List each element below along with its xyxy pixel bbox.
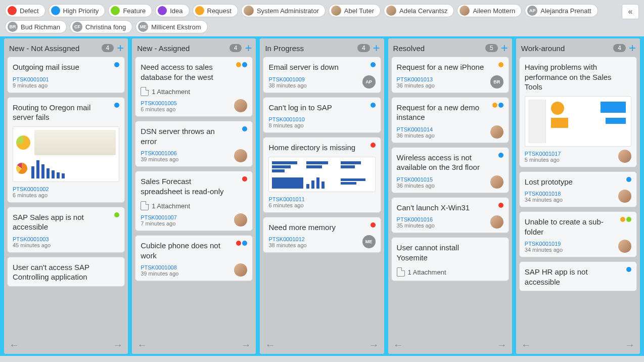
card[interactable]: User cannot install Yosemite1 Attachment bbox=[391, 237, 509, 281]
card-time: 36 minutes ago bbox=[397, 183, 503, 189]
filter-tag-idea[interactable]: Idea bbox=[155, 4, 189, 17]
add-card-button[interactable]: + bbox=[373, 43, 380, 53]
card-id: PTSK0001010 bbox=[268, 116, 375, 122]
filter-person-ap[interactable]: APAlejandra Prenatt bbox=[525, 4, 597, 17]
card[interactable]: Need access to sales database for the we… bbox=[135, 57, 253, 117]
tag-dot-icon bbox=[114, 103, 119, 108]
card[interactable]: DSN server throws an errorPTSK000100639 … bbox=[135, 121, 253, 167]
collapse-button[interactable]: « bbox=[622, 4, 639, 19]
person-label: Bud Richman bbox=[21, 23, 60, 31]
card-time: 45 minutes ago bbox=[13, 242, 119, 248]
add-card-button[interactable]: + bbox=[117, 43, 124, 53]
card[interactable]: Email server is downPTSK000100938 minute… bbox=[263, 57, 381, 93]
column-body: Request for a new iPhonePTSK000101336 mi… bbox=[388, 57, 512, 337]
filter-person-me[interactable]: MEMillicent Ekstrom bbox=[135, 20, 207, 33]
filter-person-sa[interactable]: System Administrator bbox=[241, 4, 326, 17]
column-count: 4 bbox=[102, 44, 114, 52]
nav-next-icon[interactable]: → bbox=[241, 339, 251, 351]
person-label: Abel Tuter bbox=[344, 7, 374, 15]
card[interactable]: SAP HR app is not accessible bbox=[519, 261, 637, 291]
nav-prev-icon[interactable]: ← bbox=[137, 339, 147, 351]
tag-dot-icon bbox=[242, 176, 247, 182]
nav-next-icon[interactable]: → bbox=[497, 339, 507, 351]
filter-person-cf[interactable]: CFChristina fong bbox=[70, 20, 132, 33]
card-title: Home directory is missing bbox=[268, 143, 375, 153]
card-id: PTSK0001005 bbox=[141, 100, 247, 106]
card-meta: PTSK000101536 minutes ago bbox=[397, 176, 503, 189]
card[interactable]: Wireless access is not available on the … bbox=[391, 147, 509, 193]
card-time: 39 minutes ago bbox=[141, 270, 247, 277]
card[interactable]: Request for a new demo instancePTSK00010… bbox=[391, 97, 509, 143]
card[interactable]: Unable to create a sub-folderPTSK0001019… bbox=[519, 211, 637, 257]
person-label: Alejandra Prenatt bbox=[540, 7, 591, 15]
filter-tag-feature[interactable]: Feature bbox=[108, 4, 152, 17]
card-assignee-avatar: AP bbox=[362, 75, 376, 88]
tag-dot-icon bbox=[371, 62, 376, 67]
card-title: Request for a new demo instance bbox=[397, 103, 503, 122]
card-title: Need more memory bbox=[268, 222, 375, 233]
column-title: Work-around bbox=[521, 44, 614, 53]
column-title: Resolved bbox=[393, 44, 486, 53]
avatar bbox=[386, 6, 396, 16]
card-thumbnail bbox=[525, 96, 631, 147]
card[interactable]: Having problems with performance on the … bbox=[519, 57, 637, 167]
card-tags bbox=[626, 177, 631, 182]
card-id: PTSK0001016 bbox=[397, 216, 503, 222]
card-time: 36 minutes ago bbox=[397, 82, 503, 88]
card-meta: PTSK000100639 minutes ago bbox=[141, 150, 247, 162]
column-count: 4 bbox=[229, 44, 242, 52]
card[interactable]: Cubicle phone does not workPTSK000100839… bbox=[135, 235, 253, 281]
nav-next-icon[interactable]: → bbox=[369, 339, 379, 351]
card-time: 6 minutes ago bbox=[13, 192, 119, 198]
card[interactable]: Sales Forecast spreadsheet is read-only1… bbox=[135, 171, 253, 231]
card[interactable]: Request for a new iPhonePTSK000101336 mi… bbox=[391, 57, 509, 93]
filter-person-at[interactable]: Abel Tuter bbox=[329, 4, 381, 17]
attachment-row: 1 Attachment bbox=[397, 267, 503, 277]
nav-prev-icon[interactable]: ← bbox=[521, 339, 531, 351]
card-id: PTSK0001007 bbox=[141, 214, 247, 220]
avatar: BR bbox=[8, 22, 18, 32]
nav-prev-icon[interactable]: ← bbox=[9, 339, 19, 351]
card-title: Sales Forecast spreadsheet is read-only bbox=[141, 176, 247, 196]
filter-person-br[interactable]: BRBud Richman bbox=[5, 20, 67, 33]
column-header: Resolved5+ bbox=[388, 38, 512, 57]
card[interactable]: Can't launch X-Win31PTSK000101635 minute… bbox=[391, 197, 509, 234]
column-footer: ←→ bbox=[4, 337, 128, 354]
card-title: Routing to Oregon mail server fails bbox=[13, 103, 119, 122]
nav-prev-icon[interactable]: ← bbox=[393, 339, 403, 351]
column-new-assigned: New - Assigned4+Need access to sales dat… bbox=[132, 38, 256, 354]
kanban-board: New - Not Assisgned4+Outgoing mail issue… bbox=[0, 36, 644, 356]
card-time: 7 minutes ago bbox=[141, 220, 247, 227]
card-id: PTSK0001008 bbox=[141, 264, 247, 270]
tag-dot-icon bbox=[114, 212, 119, 217]
column-header: Work-around4+ bbox=[516, 38, 640, 57]
card[interactable]: Routing to Oregon mail server failsPTSK0… bbox=[7, 97, 125, 203]
card[interactable]: Home directory is missingPTSK00010116 mi… bbox=[263, 137, 381, 213]
card-meta: PTSK00010077 minutes ago bbox=[141, 214, 247, 227]
card[interactable]: Outgoing mail issuePTSK00010019 minutes … bbox=[7, 57, 125, 93]
filter-tag-high-priority[interactable]: High Priority bbox=[49, 4, 106, 17]
card-id: PTSK0001001 bbox=[13, 76, 119, 82]
card-tags bbox=[371, 103, 376, 108]
filter-person-am[interactable]: Aileen Mottern bbox=[457, 4, 522, 17]
filter-person-ac[interactable]: Adela Cervantsz bbox=[384, 4, 454, 17]
card[interactable]: User can't access SAP Controlling applic… bbox=[7, 257, 125, 287]
tag-dot-icon bbox=[626, 267, 631, 272]
nav-prev-icon[interactable]: ← bbox=[265, 339, 275, 351]
filter-tag-request[interactable]: Request bbox=[193, 4, 238, 17]
card-assignee-avatar: BR bbox=[490, 75, 503, 88]
nav-next-icon[interactable]: → bbox=[113, 339, 123, 351]
card[interactable]: Lost prototypePTSK000101834 minutes ago bbox=[519, 171, 637, 208]
card[interactable]: Can't log in to SAPPTSK00010108 minutes … bbox=[263, 97, 381, 133]
card[interactable]: Need more memoryPTSK000101238 minutes ag… bbox=[263, 217, 381, 253]
add-card-button[interactable]: + bbox=[501, 43, 508, 53]
person-label: Christina fong bbox=[85, 23, 126, 31]
nav-next-icon[interactable]: → bbox=[625, 339, 635, 351]
card[interactable]: SAP Sales app is not accessiblePTSK00010… bbox=[7, 207, 125, 253]
add-card-button[interactable]: + bbox=[629, 43, 636, 53]
column-body: Need access to sales database for the we… bbox=[132, 57, 256, 337]
add-card-button[interactable]: + bbox=[245, 43, 252, 53]
filter-tag-defect[interactable]: Defect bbox=[5, 4, 45, 17]
card-title: Lost prototype bbox=[525, 177, 631, 187]
card-tags bbox=[236, 62, 247, 67]
